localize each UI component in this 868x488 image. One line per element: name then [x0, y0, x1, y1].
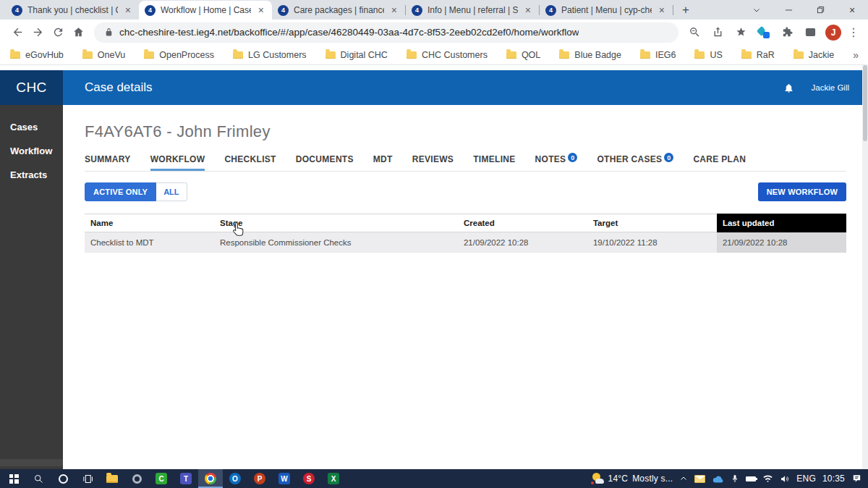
logged-in-user[interactable]: Jackie Gill — [812, 83, 849, 92]
tab-checklist[interactable]: CHECKLIST — [224, 154, 276, 171]
maximize-restore-button[interactable] — [804, 0, 836, 20]
browser-tab-3[interactable]: 4 Care packages | finance | × — [272, 1, 405, 20]
active-only-button[interactable]: ACTIVE ONLY — [85, 182, 156, 201]
home-icon[interactable] — [68, 22, 88, 43]
bookmark-star-icon[interactable] — [731, 22, 751, 43]
extensions-puzzle-icon[interactable] — [777, 22, 797, 43]
bookmark-folder[interactable]: LG Customers — [233, 50, 307, 60]
back-icon[interactable] — [7, 22, 27, 43]
url-text[interactable]: chc-cheshire-test.ieg4.net/backoffice/#/… — [119, 27, 579, 38]
chrome-icon-active[interactable] — [198, 469, 223, 488]
minimize-button[interactable] — [773, 0, 804, 20]
column-header-created[interactable]: Created — [458, 214, 587, 232]
column-header-name[interactable]: Name — [85, 214, 214, 232]
tab-care-plan[interactable]: CARE PLAN — [693, 154, 746, 171]
wifi-icon[interactable] — [762, 474, 773, 483]
tray-chevron-up-icon[interactable] — [679, 474, 688, 483]
zoom-icon[interactable] — [684, 22, 705, 43]
side-panel-icon[interactable] — [800, 22, 820, 43]
tab-summary[interactable]: SUMMARY — [85, 154, 131, 171]
tab-notes[interactable]: NOTES0 — [535, 154, 578, 171]
task-view-icon[interactable] — [75, 469, 100, 488]
extension-pin-icon[interactable] — [754, 22, 774, 43]
sidebar-item-workflow[interactable]: Workflow — [0, 139, 63, 163]
close-window-button[interactable]: × — [836, 0, 868, 20]
browser-tab-2-active[interactable]: 4 Workflow | Home | Case d × — [139, 1, 272, 20]
tab-close-icon[interactable]: × — [523, 4, 533, 16]
tab-search-chevron-icon[interactable] — [741, 0, 773, 20]
chc-logo[interactable]: CHC — [0, 70, 63, 105]
tab-close-icon[interactable]: × — [389, 4, 399, 16]
bookmark-folder[interactable]: Digital CHC — [326, 50, 388, 60]
file-explorer-icon[interactable] — [100, 469, 124, 488]
language-indicator[interactable]: ENG — [796, 474, 816, 484]
tab-reviews[interactable]: REVIEWS — [412, 154, 454, 171]
page-scrollbar[interactable] — [862, 65, 868, 469]
tab-mdt[interactable]: MDT — [373, 154, 393, 171]
browser-tab-4[interactable]: 4 Info | Menu | referral | S1 × — [406, 1, 539, 20]
cell-stage[interactable]: Responsible Commissioner Checks — [214, 232, 458, 254]
tab-timeline[interactable]: TIMELINE — [473, 154, 515, 171]
cell-name[interactable]: Checklist to MDT — [85, 232, 214, 254]
browser-tab-5[interactable]: 4 Patient | Menu | cyp-chec × — [540, 1, 673, 20]
bookmark-folder[interactable]: OneVu — [82, 50, 125, 60]
reload-icon[interactable] — [48, 22, 68, 43]
word-icon[interactable]: W — [272, 469, 297, 488]
sidebar-item-cases[interactable]: Cases — [0, 115, 63, 139]
tab-workflow-active[interactable]: WORKFLOW — [150, 154, 205, 171]
camtasia-icon[interactable]: C — [149, 469, 174, 488]
tab-close-icon[interactable]: × — [657, 4, 667, 16]
notifications-bell-icon[interactable] — [783, 83, 794, 93]
cell-created: 21/09/2022 10:28 — [458, 232, 587, 254]
column-header-target[interactable]: Target — [587, 214, 717, 232]
browser-menu-icon[interactable]: ⋮ — [846, 25, 861, 39]
table-row[interactable]: Checklist to MDT Responsible Commissione… — [85, 232, 846, 254]
tab-close-icon[interactable]: × — [256, 4, 266, 16]
tab-close-icon[interactable]: × — [123, 4, 133, 16]
powerpoint-icon[interactable]: P — [247, 469, 272, 488]
bookmark-folder[interactable]: eGovHub — [10, 50, 64, 60]
address-bar[interactable]: chc-cheshire-test.ieg4.net/backoffice/#/… — [94, 22, 678, 43]
new-workflow-button[interactable]: NEW WORKFLOW — [758, 182, 846, 201]
bookmark-folder[interactable]: RaR — [741, 50, 775, 60]
excel-icon[interactable]: X — [321, 469, 346, 488]
new-tab-button[interactable]: + — [676, 1, 695, 20]
action-center-icon[interactable] — [851, 474, 862, 484]
outlook-icon[interactable]: O — [223, 469, 247, 488]
taskbar-search-icon[interactable] — [26, 469, 51, 488]
scrollbar-thumb[interactable] — [863, 65, 867, 141]
column-header-stage[interactable]: Stage — [214, 214, 458, 232]
other-cases-count-badge: 0 — [664, 153, 673, 162]
teams-icon[interactable]: T — [174, 469, 198, 488]
all-button[interactable]: ALL — [156, 182, 187, 201]
profile-avatar[interactable]: J — [825, 25, 841, 41]
bookmark-folder[interactable]: CHC Customers — [407, 50, 488, 60]
microphone-icon[interactable] — [731, 474, 739, 484]
sidebar-item-extracts[interactable]: Extracts — [0, 163, 63, 187]
tab-label: DOCUMENTS — [296, 154, 354, 164]
cortana-icon[interactable] — [51, 469, 75, 488]
tab-documents[interactable]: DOCUMENTS — [296, 154, 354, 171]
mail-icon[interactable] — [694, 475, 705, 483]
bookmarks-overflow-icon[interactable]: » — [853, 49, 859, 61]
forward-icon[interactable] — [27, 22, 48, 43]
browser-tab-1[interactable]: 4 Thank you | checklist | CH × — [6, 1, 139, 20]
onedrive-cloud-icon[interactable] — [712, 474, 724, 484]
settings-gear-icon[interactable] — [124, 469, 149, 488]
tab-other-cases[interactable]: OTHER CASES0 — [597, 154, 673, 171]
battery-icon[interactable] — [746, 476, 756, 481]
bookmark-folder[interactable]: Jackie — [793, 50, 834, 60]
volume-icon[interactable] — [780, 474, 790, 484]
snagit-icon[interactable]: S — [297, 469, 321, 488]
bookmark-folder[interactable]: OpenProcess — [144, 50, 214, 60]
bookmark-folder[interactable]: QOL — [506, 50, 540, 60]
start-button[interactable] — [1, 469, 26, 488]
clock[interactable]: 10:35 — [822, 474, 845, 484]
bookmark-folder[interactable]: Blue Badge — [559, 50, 621, 60]
weather-widget[interactable]: 14°C Mostly s... — [591, 473, 673, 484]
share-icon[interactable] — [707, 22, 728, 43]
bookmark-folder[interactable]: US — [694, 50, 722, 60]
column-header-last-updated-sorted[interactable]: Last updated — [717, 214, 846, 232]
tab-label: REVIEWS — [412, 154, 454, 164]
bookmark-folder[interactable]: IEG6 — [640, 50, 676, 60]
